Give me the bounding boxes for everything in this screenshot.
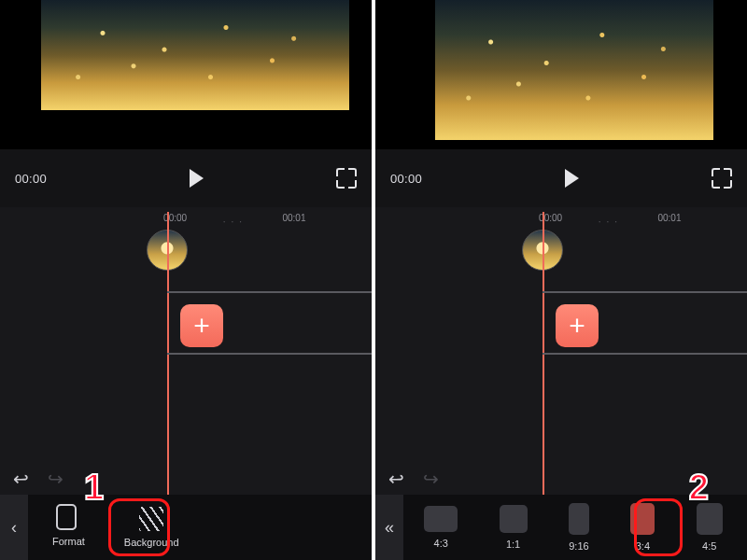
play-button[interactable] bbox=[190, 169, 204, 188]
history-row: ↩ ↪ bbox=[0, 463, 372, 495]
ratio-label: 4:5 bbox=[702, 540, 716, 552]
add-clip-button[interactable]: + bbox=[556, 304, 599, 347]
ruler-dots: ··· bbox=[599, 217, 623, 227]
ratio-label: 1:1 bbox=[506, 539, 520, 550]
bottom-toolbar: ‹ Format Background bbox=[0, 495, 372, 560]
time-ruler: 00:00 ··· 00:01 bbox=[0, 207, 372, 231]
chevron-left-icon: ‹ bbox=[11, 518, 17, 538]
track-line bbox=[543, 353, 747, 355]
tool-label: Background bbox=[124, 537, 179, 548]
tool-label: Format bbox=[52, 536, 85, 547]
video-preview bbox=[375, 0, 747, 149]
time-ruler: 00:00 ··· 00:01 bbox=[375, 207, 747, 231]
ratio-label: 9:16 bbox=[569, 540, 588, 552]
undo-button[interactable]: ↩ bbox=[13, 468, 29, 490]
ratio-label: 3:4 bbox=[636, 540, 650, 552]
fullscreen-icon[interactable] bbox=[712, 168, 732, 189]
track-line bbox=[167, 291, 372, 293]
step-number-badge: 1 bbox=[84, 468, 104, 508]
tutorial-split: 00:00 00:00 ··· 00:01 + ↩ ↪ ‹ bbox=[0, 0, 747, 560]
ratio-option-4-3[interactable]: 4:3 bbox=[424, 506, 458, 549]
chevrons-left-icon: « bbox=[385, 518, 394, 538]
timeline[interactable]: 00:00 ··· 00:01 + ↩ ↪ ‹ Format bbox=[0, 207, 372, 560]
fullscreen-icon[interactable] bbox=[336, 168, 357, 189]
step-number-badge: 2 bbox=[689, 468, 709, 508]
ratio-option-3-4[interactable]: 3:4 bbox=[630, 503, 655, 552]
play-button[interactable] bbox=[565, 169, 579, 188]
ratio-shape-icon bbox=[569, 503, 589, 535]
ruler-dots: ··· bbox=[223, 217, 247, 227]
video-preview bbox=[0, 0, 372, 149]
undo-button[interactable]: ↩ bbox=[388, 468, 404, 490]
ratio-shape-icon bbox=[630, 503, 655, 535]
ratio-option-1-1[interactable]: 1:1 bbox=[500, 505, 528, 550]
preview-frame-image bbox=[41, 0, 349, 110]
redo-button[interactable]: ↪ bbox=[423, 468, 439, 490]
ruler-tick: 00:01 bbox=[282, 213, 305, 223]
ruler-tick: 00:01 bbox=[657, 213, 681, 223]
back-button[interactable]: ‹ bbox=[0, 495, 28, 560]
screenshot-step-1: 00:00 00:00 ··· 00:01 + ↩ ↪ ‹ bbox=[0, 0, 375, 560]
ratio-shape-icon bbox=[500, 505, 528, 533]
aspect-ratio-options: 4:31:19:163:44:5 bbox=[403, 503, 747, 552]
track-line bbox=[543, 291, 747, 293]
track-line bbox=[167, 353, 372, 355]
playback-controls: 00:00 bbox=[0, 149, 372, 207]
ratio-label: 4:3 bbox=[434, 538, 448, 549]
plus-icon: + bbox=[569, 312, 585, 340]
preview-frame-image bbox=[435, 0, 713, 140]
screenshot-step-2: 00:00 00:00 ··· 00:01 + ↩ ↪ « 4:31:19:16… bbox=[375, 0, 747, 560]
add-clip-button[interactable]: + bbox=[180, 304, 223, 347]
current-time: 00:00 bbox=[15, 172, 47, 186]
back-button[interactable]: « bbox=[375, 495, 403, 560]
background-icon bbox=[139, 507, 163, 531]
tool-items: Format Background bbox=[28, 507, 372, 548]
redo-button[interactable]: ↪ bbox=[48, 468, 63, 490]
format-tool[interactable]: Format bbox=[52, 508, 85, 547]
plus-icon: + bbox=[193, 312, 210, 340]
ratio-option-9-16[interactable]: 9:16 bbox=[569, 503, 589, 552]
format-icon bbox=[60, 508, 77, 530]
background-tool[interactable]: Background bbox=[124, 507, 179, 548]
ratio-shape-icon bbox=[424, 506, 458, 532]
current-time: 00:00 bbox=[390, 172, 422, 186]
ratio-option-4-5[interactable]: 4:5 bbox=[697, 503, 723, 552]
playback-controls: 00:00 bbox=[375, 149, 747, 207]
ratio-shape-icon bbox=[697, 503, 723, 535]
